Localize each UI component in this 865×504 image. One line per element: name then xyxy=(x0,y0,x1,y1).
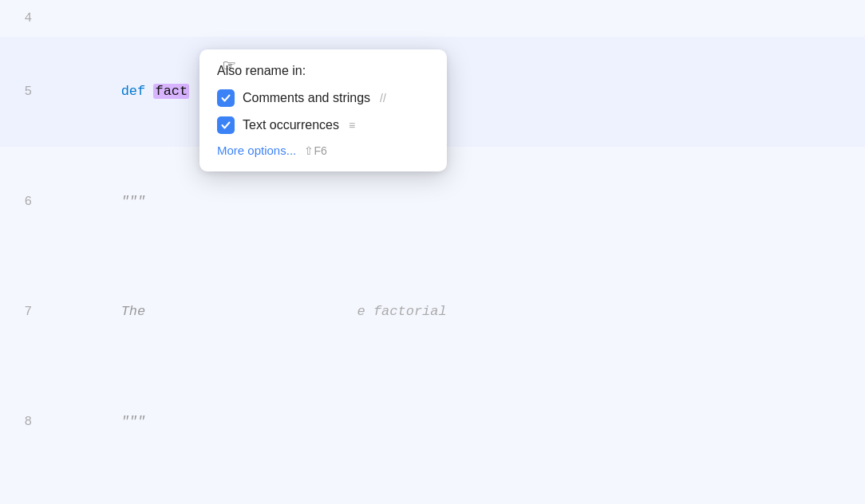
popup-option-comments[interactable]: Comments and strings // xyxy=(217,89,429,107)
docstring-factorial: e factorial xyxy=(357,304,446,319)
code-line-9: 9 b = xyxy=(0,477,865,504)
code-content-5: def fact // ≡ (x): xyxy=(48,37,865,147)
checkbox-text[interactable] xyxy=(217,116,235,134)
code-content-8: """ xyxy=(48,367,865,477)
line-number-8: 8 xyxy=(0,404,48,440)
shortcut-label: ⇧F6 xyxy=(304,144,326,157)
line-number-7: 7 xyxy=(0,293,48,330)
docstring-ellipsis xyxy=(153,304,357,319)
checkmark-icon xyxy=(220,93,231,104)
code-line-8: 8 """ xyxy=(0,367,865,477)
line-number-4: 4 xyxy=(0,0,48,37)
rename-popup: Also rename in: Comments and strings // … xyxy=(199,49,447,171)
option-text-label: Text occurrences xyxy=(243,118,339,132)
line-number-5: 5 xyxy=(0,73,48,110)
docstring-end: """ xyxy=(121,414,146,429)
popup-title: Also rename in: xyxy=(217,64,429,78)
code-line-4: 4 xyxy=(0,0,865,37)
code-line-7: 7 The e factorial xyxy=(0,257,865,367)
code-content-7: The e factorial xyxy=(48,257,865,367)
option-comments-label: Comments and strings xyxy=(243,91,370,105)
line-number-6: 6 xyxy=(0,183,48,220)
popup-option-text[interactable]: Text occurrences ≡ xyxy=(217,116,429,134)
text-icon: ≡ xyxy=(349,119,355,132)
checkmark-icon-2 xyxy=(220,120,231,131)
code-content-6: """ xyxy=(48,147,865,257)
code-text xyxy=(189,84,197,99)
comments-icon: // xyxy=(380,92,386,104)
keyword-def: def xyxy=(121,84,154,99)
more-options-link[interactable]: More options... xyxy=(217,144,296,157)
popup-more-options[interactable]: More options... ⇧F6 xyxy=(217,144,429,157)
code-editor: 4 5 def fact // ≡ (x): 6 """ 7 The e fac… xyxy=(0,0,865,504)
checkbox-comments[interactable] xyxy=(217,89,235,107)
code-content-9: b = xyxy=(48,477,865,504)
docstring-start: """ xyxy=(121,194,146,209)
docstring-text: The xyxy=(121,304,154,319)
function-name-highlighted: fact xyxy=(153,84,189,99)
